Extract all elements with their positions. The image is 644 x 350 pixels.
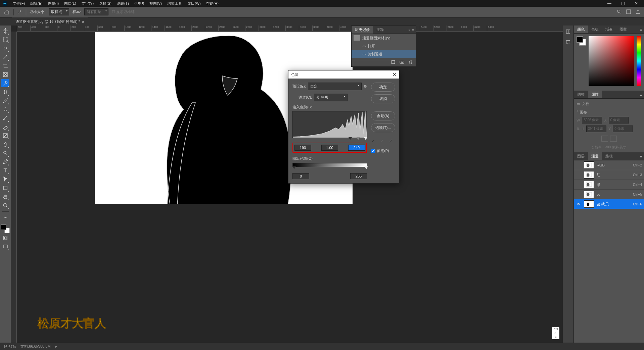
canvas-area[interactable]: 6004002000200400600800100012001400160018…: [11, 26, 563, 343]
tab-layers[interactable]: 图层: [574, 152, 588, 160]
tab-paths[interactable]: 路径: [602, 152, 616, 160]
y-input[interactable]: 0 像素: [613, 126, 633, 132]
share-icon[interactable]: [635, 9, 641, 15]
new-doc-from-state-icon[interactable]: [390, 59, 396, 65]
preview-checkbox[interactable]: 预览(P): [371, 148, 395, 153]
preset-select[interactable]: 自定: [308, 83, 362, 90]
menu-window[interactable]: 窗口(W): [185, 0, 203, 7]
color-swatches[interactable]: [1, 224, 10, 233]
hand-tool[interactable]: [1, 193, 9, 201]
black-eyedropper-icon[interactable]: [371, 138, 376, 143]
menu-select[interactable]: 选择(S): [97, 0, 113, 7]
menu-layer[interactable]: 图层(L): [62, 0, 78, 7]
channel-item[interactable]: 绿 Ctrl+4: [574, 180, 644, 190]
history-step[interactable]: ▭ 复制通道: [352, 50, 416, 58]
tab-channels[interactable]: 通道: [588, 152, 602, 160]
black-point-slider[interactable]: [349, 137, 352, 142]
workspace-icon[interactable]: [626, 9, 631, 15]
maximize-button[interactable]: ▢: [618, 1, 628, 6]
gradient-tool[interactable]: [1, 132, 9, 140]
expand-panels-icon[interactable]: [565, 29, 571, 35]
frame-tool[interactable]: [1, 70, 9, 79]
x-input[interactable]: 0 像素: [609, 117, 629, 123]
tab-swatches[interactable]: 色板: [588, 26, 602, 33]
comment-icon[interactable]: [565, 40, 571, 46]
sample-size-select[interactable]: 取样点: [49, 8, 69, 15]
brush-tool[interactable]: [1, 97, 9, 105]
zoom-tool[interactable]: [1, 201, 9, 209]
color-swatch[interactable]: [577, 36, 586, 46]
orient-landscape-icon[interactable]: [610, 136, 617, 142]
close-button[interactable]: ✕: [631, 1, 641, 6]
menu-3d[interactable]: 3D(D): [132, 0, 146, 7]
gray-eyedropper-icon[interactable]: [380, 138, 385, 143]
doc-info-more-icon[interactable]: ▸: [55, 344, 57, 349]
link-icon[interactable]: ⇅: [577, 127, 580, 131]
quickmask-tool[interactable]: [1, 234, 9, 242]
input-sliders[interactable]: [292, 137, 367, 141]
auto-button[interactable]: 自动(A): [371, 111, 395, 120]
canvas-section-label[interactable]: ˅ 画布: [577, 110, 641, 115]
tab-close-icon[interactable]: ×: [82, 20, 84, 24]
minimize-button[interactable]: —: [604, 1, 614, 6]
screenmode-tool[interactable]: [1, 243, 9, 251]
cancel-button[interactable]: 取消: [371, 94, 395, 103]
lasso-tool[interactable]: [1, 44, 9, 52]
orient-portrait-icon[interactable]: [601, 136, 608, 142]
history-source[interactable]: 通道抠图素材.jpg: [352, 34, 416, 42]
input-gamma-field[interactable]: [321, 145, 338, 151]
menu-view[interactable]: 视图(V): [147, 0, 164, 7]
collapse-icon[interactable]: »: [408, 28, 410, 32]
home-icon[interactable]: [3, 9, 10, 15]
options-button[interactable]: 选项(T)...: [371, 123, 395, 132]
dialog-titlebar[interactable]: 色阶 ✕: [288, 70, 399, 79]
white-point-slider[interactable]: [364, 137, 367, 142]
output-black-slider[interactable]: [292, 166, 296, 171]
tab-history[interactable]: 历史记录: [352, 26, 373, 34]
ok-button[interactable]: 确定: [371, 83, 395, 92]
output-white-slider[interactable]: [365, 166, 368, 171]
channel-select[interactable]: 蓝 拷贝: [314, 94, 348, 101]
marquee-tool[interactable]: [1, 36, 9, 44]
input-black-field[interactable]: [294, 145, 311, 151]
pen-tool[interactable]: [1, 158, 9, 166]
tab-properties[interactable]: 属性: [588, 91, 602, 98]
type-tool[interactable]: [1, 166, 9, 174]
snapshot-icon[interactable]: [399, 59, 405, 65]
height-input[interactable]: 3941 像素: [586, 126, 606, 132]
color-field[interactable]: [589, 36, 634, 86]
toolbar-more[interactable]: ⋯: [1, 214, 9, 222]
heal-tool[interactable]: [1, 88, 9, 96]
history-brush-tool[interactable]: [1, 114, 9, 122]
input-white-field[interactable]: [348, 145, 365, 151]
document-tab[interactable]: 通道抠图素材.jpg @ 16.7%(蓝 拷贝/8) * ×: [12, 17, 88, 26]
gamma-slider[interactable]: [357, 137, 360, 142]
eraser-tool[interactable]: [1, 123, 9, 131]
menu-edit[interactable]: 编辑(E): [28, 0, 45, 7]
search-icon[interactable]: [616, 9, 622, 15]
tab-notes[interactable]: 注释: [373, 26, 387, 34]
sample-select[interactable]: 所有图层: [84, 8, 108, 15]
move-tool[interactable]: [1, 27, 9, 35]
menu-filter[interactable]: 滤镜(T): [115, 0, 131, 7]
close-icon[interactable]: ✕: [393, 72, 397, 77]
histogram[interactable]: [292, 111, 367, 138]
crop-tool[interactable]: [1, 62, 9, 70]
blur-tool[interactable]: [1, 140, 9, 148]
channel-item[interactable]: 红 Ctrl+3: [574, 170, 644, 180]
visibility-icon[interactable]: 👁: [576, 202, 581, 206]
eyedropper-tool[interactable]: [1, 79, 9, 87]
hue-slider[interactable]: [637, 36, 641, 86]
show-ring-checkbox[interactable]: ☐ 显示取样环: [112, 9, 135, 14]
panel-menu-icon[interactable]: ≡: [640, 28, 642, 32]
tab-color[interactable]: 颜色: [574, 26, 588, 33]
shape-tool[interactable]: [1, 184, 9, 192]
tab-pattern[interactable]: 图案: [616, 26, 630, 33]
doc-info[interactable]: 文档:66.6M/88.8M: [20, 344, 50, 349]
channel-item[interactable]: 蓝 Ctrl+5: [574, 190, 644, 199]
stamp-tool[interactable]: [1, 105, 9, 113]
panel-menu-icon[interactable]: ≡: [640, 154, 642, 158]
path-select-tool[interactable]: [1, 175, 9, 183]
width-input[interactable]: 5906 像素: [582, 117, 602, 123]
panel-menu-icon[interactable]: ≡: [640, 93, 642, 97]
